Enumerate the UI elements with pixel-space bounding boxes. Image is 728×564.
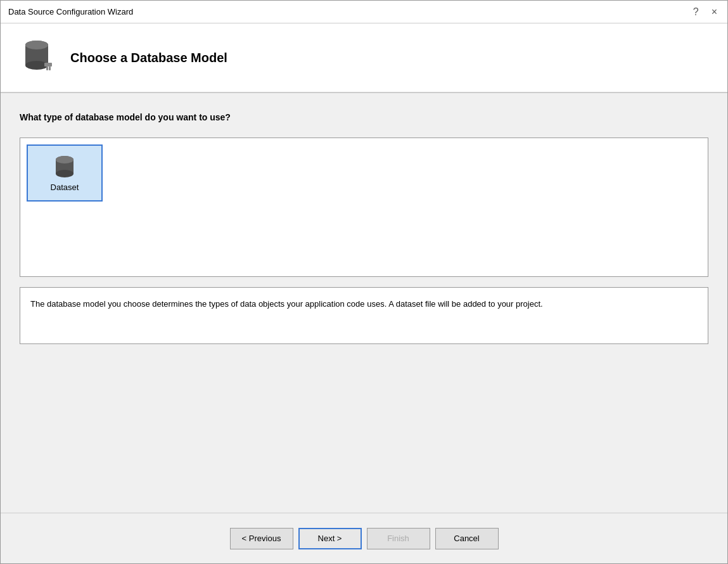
svg-rect-5 — [46, 67, 48, 70]
title-bar-controls: ? × — [691, 6, 720, 18]
help-button[interactable]: ? — [691, 6, 701, 18]
question-label: What type of database model do you want … — [20, 112, 708, 122]
dialog: Data Source Configuration Wizard ? × Cho… — [0, 0, 728, 564]
description-box: The database model you choose determines… — [20, 287, 708, 344]
footer-section: < Previous Next > Finish Cancel — [1, 513, 727, 563]
model-selection-box: Dataset — [20, 138, 708, 277]
dataset-icon — [53, 155, 76, 183]
header-icon — [20, 39, 58, 77]
content-section: What type of database model do you want … — [1, 93, 727, 513]
svg-rect-6 — [49, 67, 51, 70]
svg-point-10 — [56, 156, 73, 163]
header-section: Choose a Database Model — [1, 23, 727, 93]
svg-point-9 — [56, 170, 73, 177]
previous-button[interactable]: < Previous — [230, 528, 293, 549]
dialog-title: Data Source Configuration Wizard — [8, 7, 133, 16]
title-bar: Data Source Configuration Wizard ? × — [1, 1, 727, 23]
description-text: The database model you choose determines… — [30, 299, 543, 309]
finish-button[interactable]: Finish — [367, 528, 430, 549]
dataset-label: Dataset — [51, 183, 79, 192]
svg-point-3 — [25, 41, 48, 49]
svg-rect-4 — [44, 63, 52, 67]
header-title: Choose a Database Model — [70, 51, 227, 65]
next-button[interactable]: Next > — [298, 528, 362, 549]
cancel-button[interactable]: Cancel — [435, 528, 499, 549]
close-button[interactable]: × — [709, 6, 720, 18]
dataset-model-item[interactable]: Dataset — [27, 144, 103, 202]
